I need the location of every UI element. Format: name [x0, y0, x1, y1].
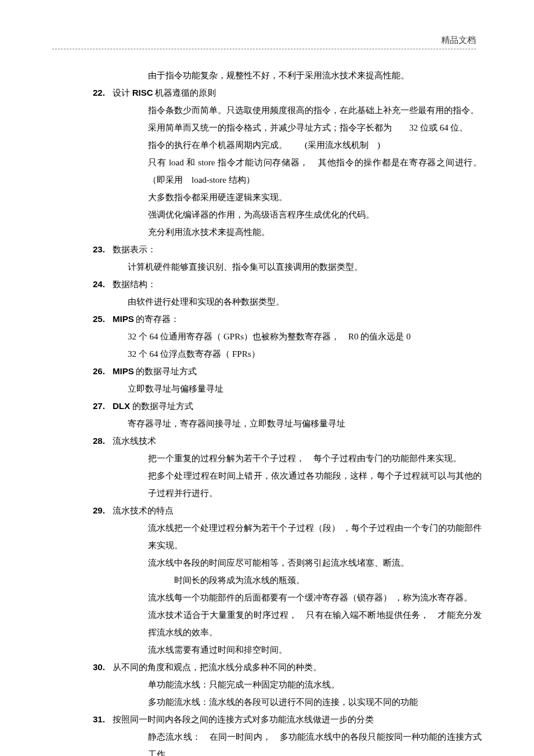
item-body-line: 指令条数少而简单。只选取使用频度很高的指令，在此基础上补充一些最有用的指令。: [148, 102, 482, 119]
item-body-line: 流水线每一个功能部件的后面都要有一个缓冲寄存器（锁存器） ，称为流水寄存器。: [148, 589, 482, 606]
item-31-heading: 31. 按照同一时间内各段之间的连接方式对多功能流水线做进一步的分类: [52, 711, 482, 728]
title-pre: 设计: [113, 88, 132, 97]
item-29-heading: 29. 流水技术的特点: [52, 502, 482, 519]
item-number: 30.: [93, 659, 110, 676]
item-body-line: 32 个 64 位浮点数寄存器（ FPRs）: [128, 345, 482, 363]
item-28-heading: 28. 流水线技术: [52, 432, 482, 450]
item-body-line: 计算机硬件能够直接识别、指令集可以直接调用的数据类型。: [128, 258, 482, 276]
item-number: 25.: [93, 310, 110, 328]
title-post: 的寄存器：: [134, 314, 180, 324]
item-title: 从不同的角度和观点，把流水线分成多种不同的种类。: [113, 659, 482, 676]
item-title: 数据表示：: [113, 241, 482, 258]
item-body-line: 单功能流水线：只能完成一种固定功能的流水线。: [148, 676, 482, 693]
item-30-heading: 30. 从不同的角度和观点，把流水线分成多种不同的种类。: [52, 659, 482, 676]
item-body-line: 流水线中各段的时间应尽可能相等，否则将引起流水线堵塞、断流。: [148, 554, 482, 571]
header-divider: [52, 49, 476, 49]
item-27-heading: 27. DLX 的数据寻址方式: [52, 397, 482, 415]
item-body-line: 强调优化编译器的作用，为高级语言程序生成优化的代码。: [148, 206, 482, 223]
title-bold: RISC: [132, 88, 153, 97]
title-bold: MIPS: [113, 314, 134, 324]
item-number: 29.: [93, 502, 110, 519]
item-body-line: 充分利用流水技术来提高性能。: [148, 223, 482, 241]
item-body-line: 流水线把一个处理过程分解为若干个子过程（段） ，每个子过程由一个专门的功能部件来…: [148, 519, 482, 554]
item-body-line: 大多数指令都采用硬连逻辑来实现。: [148, 189, 482, 206]
item-26-heading: 26. MIPS 的数据寻址方式: [52, 363, 482, 380]
title-post: 的数据寻址方式: [130, 401, 193, 411]
item-body-line: 流水线需要有通过时间和排空时间。: [148, 641, 482, 659]
item-title: DLX 的数据寻址方式: [113, 397, 482, 415]
item-body-line: 时间长的段将成为流水线的瓶颈。: [148, 571, 482, 589]
item-number: 23.: [93, 241, 110, 258]
title-bold: MIPS: [113, 366, 134, 376]
item-number: 27.: [93, 397, 110, 415]
item-23-heading: 23. 数据表示：: [52, 241, 482, 258]
item-number: 31.: [93, 711, 110, 728]
item-body-line: 把多个处理过程在时间上错开，依次通过各功能段，这样，每个子过程就可以与其他的子过…: [148, 467, 482, 502]
item-body-line: 把一个重复的过程分解为若干个子过程， 每个子过程由专门的功能部件来实现。: [148, 450, 482, 467]
item-title: MIPS 的数据寻址方式: [113, 363, 482, 380]
item-body-line: 采用简单而又统一的指令格式，并减少寻址方式；指令字长都为 32 位或 64 位。: [148, 119, 482, 136]
item-22-heading: 22. 设计 RISC 机器遵循的原则: [52, 84, 482, 102]
item-body-line: 立即数寻址与偏移量寻址: [128, 380, 482, 397]
item-body-line: 寄存器寻址，寄存器间接寻址，立即数寻址与偏移量寻址: [128, 415, 482, 432]
document-body: 由于指令功能复杂，规整性不好，不利于采用流水技术来提高性能。 22. 设计 RI…: [52, 35, 482, 756]
header-quality-label: 精品文档: [441, 35, 476, 46]
item-body-line: 只有 load 和 store 指令才能访问存储器， 其他指令的操作都是在寄存器…: [148, 154, 482, 189]
item-number: 26.: [93, 363, 110, 380]
item-title: 流水线技术: [113, 432, 482, 450]
item-body-line: 由软件进行处理和实现的各种数据类型。: [128, 293, 482, 310]
item-title: 流水技术的特点: [113, 502, 482, 519]
title-post: 的数据寻址方式: [134, 367, 197, 376]
item-number: 22.: [93, 84, 110, 102]
pre-text-line: 由于指令功能复杂，规整性不好，不利于采用流水技术来提高性能。: [148, 67, 482, 84]
item-title: 设计 RISC 机器遵循的原则: [113, 84, 482, 102]
item-25-heading: 25. MIPS 的寄存器：: [52, 310, 482, 328]
item-body-line: 指令的执行在单个机器周期内完成。 (采用流水线机制 ): [148, 136, 482, 154]
item-title: 数据结构：: [113, 276, 482, 293]
document-page: 精品文档 由于指令功能复杂，规整性不好，不利于采用流水技术来提高性能。 22. …: [0, 0, 534, 756]
title-bold: DLX: [113, 401, 130, 411]
item-24-heading: 24. 数据结构：: [52, 276, 482, 293]
item-body-line: 多功能流水线：流水线的各段可以进行不同的连接，以实现不同的功能: [148, 693, 482, 711]
item-number: 24.: [93, 276, 110, 293]
item-title: 按照同一时间内各段之间的连接方式对多功能流水线做进一步的分类: [113, 711, 482, 728]
item-title: MIPS 的寄存器：: [113, 310, 482, 328]
title-post: 机器遵循的原则: [153, 88, 217, 97]
item-body-line: 流水技术适合于大量重复的时序过程， 只有在输入端不断地提供任务， 才能充分发挥流…: [148, 606, 482, 641]
item-body-line: 静态流水线： 在同一时间内， 多功能流水线中的各段只能按同一种功能的连接方式工作: [148, 728, 482, 756]
item-body-line: 32 个 64 位通用寄存器（ GPRs）也被称为整数寄存器， R0 的值永远是…: [128, 328, 482, 345]
item-number: 28.: [93, 432, 110, 450]
